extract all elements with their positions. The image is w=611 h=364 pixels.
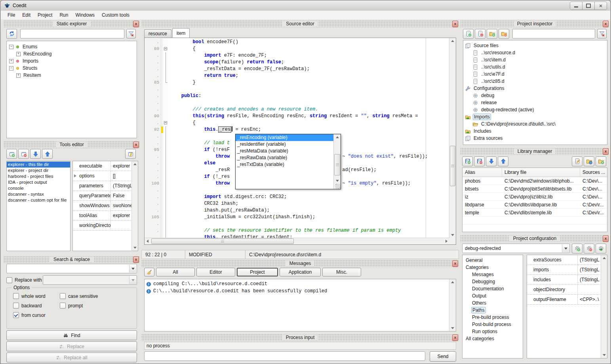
static-explorer-close-button[interactable]: x: [133, 21, 139, 27]
tree-item[interactable]: +ResEncoding: [7, 50, 137, 57]
dropdown-arrow-icon[interactable]: [562, 244, 569, 252]
project-inspector-close-button[interactable]: x: [603, 21, 609, 27]
tool-list-item[interactable]: dscanner - custom opt for file: [7, 197, 70, 203]
configuration-grid-scrollbar[interactable]: [601, 255, 607, 358]
tool-list-item[interactable]: explorer - this file dir: [7, 162, 70, 168]
checkbox-from-cursor[interactable]: from cursor: [13, 312, 46, 318]
configuration-combobox[interactable]: debug-redirected: [462, 244, 570, 253]
checkbox-box[interactable]: [60, 303, 66, 309]
scrollbar-thumb[interactable]: [450, 146, 455, 186]
source-editor-close-button[interactable]: x: [452, 21, 458, 27]
project-tree-item[interactable]: Source files: [463, 42, 607, 49]
remove-tool-button[interactable]: [18, 149, 29, 159]
tools-editor-close-button[interactable]: x: [133, 141, 139, 148]
code-line[interactable]: 85 }: [145, 79, 449, 86]
tab-resource[interactable]: resource: [144, 29, 171, 38]
scroll-up-button[interactable]: [449, 279, 456, 285]
property-row[interactable]: parameters(TStringL: [73, 181, 132, 191]
checkbox-box[interactable]: [60, 293, 66, 299]
category-item[interactable]: General: [463, 257, 523, 264]
remove-configuration-button[interactable]: [584, 244, 594, 253]
project-tree-item[interactable]: Includes: [463, 128, 607, 135]
completion-item[interactable]: _resEncoding (variable): [236, 134, 334, 141]
category-item[interactable]: Run options: [463, 328, 523, 335]
add-source-file-button[interactable]: [463, 29, 474, 39]
completion-item[interactable]: _resTxtData (variable): [236, 161, 334, 168]
clone-configuration-button[interactable]: [596, 244, 606, 253]
tool-list-item[interactable]: IDA - project output: [7, 179, 70, 185]
completion-item[interactable]: _resRawData (variable): [236, 154, 334, 161]
scroll-up-button[interactable]: [334, 134, 341, 140]
clear-filter-button[interactable]: [126, 29, 136, 38]
clear-messages-button[interactable]: [144, 268, 154, 276]
remove-source-folder-button[interactable]: [499, 29, 509, 39]
project-tree-item[interactable]: C:\Dev\dproj\resource.d\build\..\src\: [463, 120, 607, 128]
code-line[interactable]: . return true;: [145, 72, 449, 79]
code-line[interactable]: . // sets the resource identifier to the…: [145, 227, 449, 234]
run-tool-button[interactable]: [125, 149, 136, 159]
code-line[interactable]: . scope(failure) return false;: [145, 59, 449, 66]
scroll-down-button[interactable]: [449, 232, 456, 238]
editor-vertical-scrollbar[interactable]: [449, 38, 456, 238]
dropdown-arrow-icon[interactable]: [129, 265, 136, 273]
move-library-down-button[interactable]: [486, 156, 497, 166]
move-tool-down-button[interactable]: [30, 149, 41, 159]
project-tree-item[interactable]: ..\src\utils.d: [463, 63, 607, 71]
project-tree-item[interactable]: debug-redirected (active): [463, 106, 607, 113]
code-line[interactable]: 105 _initialSum = crc322uint(ihash.finis…: [145, 214, 449, 221]
tool-list-item[interactable]: harbored - project files: [7, 173, 70, 179]
tree-item[interactable]: +ResItem: [7, 72, 137, 79]
code-line[interactable]: . this._resIdentifier = resIdent;: [145, 234, 449, 238]
completion-item[interactable]: _resIdentifier (variable): [236, 141, 334, 148]
code-line[interactable]: .: [145, 86, 449, 93]
code-line[interactable]: 90 this(string resFile, ResEncoding resE…: [145, 113, 449, 120]
close-button[interactable]: ×: [595, 2, 607, 10]
collapse-icon[interactable]: −: [9, 66, 13, 71]
project-tree-item[interactable]: Imports: [463, 113, 607, 120]
maximize-button[interactable]: [582, 2, 595, 10]
property-row[interactable]: objectDirectory: [527, 285, 601, 295]
project-configuration-close-button[interactable]: x: [603, 235, 609, 242]
replace-with-checkbox[interactable]: [6, 277, 12, 283]
scroll-down-button[interactable]: [334, 178, 341, 184]
scroll-up-button[interactable]: [449, 38, 456, 44]
category-item[interactable]: Post-build process: [463, 321, 523, 328]
category-item[interactable]: Documentation: [463, 285, 523, 292]
project-tree-item[interactable]: ..\src\item.d: [463, 56, 607, 63]
tree-item[interactable]: −Enums: [7, 43, 137, 50]
fold-collapse-icon[interactable]: [163, 120, 168, 126]
scrollbar-thumb[interactable]: [151, 238, 294, 244]
project-tree-item[interactable]: ..\src\e7F.d: [463, 71, 607, 78]
message-row[interactable]: compiling C:\...\build\resource.d.coedit: [145, 280, 456, 288]
add-configuration-button[interactable]: [572, 244, 582, 253]
expand-icon[interactable]: +: [16, 73, 21, 78]
message-row[interactable]: C:\...\build\resource.d.coedit has been …: [145, 288, 456, 295]
menu-item-custom-tools[interactable]: Custom tools: [98, 11, 133, 19]
tool-list-item[interactable]: console: [7, 185, 70, 191]
library-row[interactable]: libdparseC:\Dev\dlibs\libdparse.libC:\De…: [463, 201, 607, 209]
completion-scrollbar[interactable]: [333, 134, 341, 189]
remove-source-file-button[interactable]: [475, 29, 485, 39]
messages-scrollbar[interactable]: [449, 279, 456, 331]
property-row[interactable]: workingDirectory: [73, 221, 132, 231]
code-line[interactable]: . {: [145, 120, 449, 126]
tool-grid-scrollbar[interactable]: [131, 161, 138, 251]
code-line[interactable]: .: [145, 221, 449, 227]
project-tree-item[interactable]: Extra sources: [463, 135, 607, 142]
code-line[interactable]: . ihash.put(_resRawData);: [145, 207, 449, 214]
code-line[interactable]: . _resTxtData = encode_7F(_resRawData);: [145, 66, 449, 72]
project-tree-item[interactable]: ..\src\resource.d: [463, 49, 607, 56]
remove-library-button[interactable]: [474, 156, 485, 166]
search-replace-close-button[interactable]: x: [133, 256, 139, 263]
tree-item[interactable]: +Imports: [7, 57, 137, 65]
library-manager-close-button[interactable]: x: [603, 148, 609, 155]
category-item[interactable]: Categories: [463, 264, 523, 271]
menu-item-windows[interactable]: Windows: [72, 11, 98, 19]
menu-item-edit[interactable]: Edit: [19, 11, 34, 19]
filter-editor[interactable]: Editor: [196, 268, 235, 276]
tree-item[interactable]: −Structs: [7, 65, 137, 72]
code-line[interactable]: . CRC32 ihash;: [145, 200, 449, 207]
refresh-button[interactable]: [6, 29, 17, 39]
property-row[interactable]: toolAliasexplorer: [73, 211, 132, 221]
expand-icon[interactable]: [73, 174, 79, 177]
